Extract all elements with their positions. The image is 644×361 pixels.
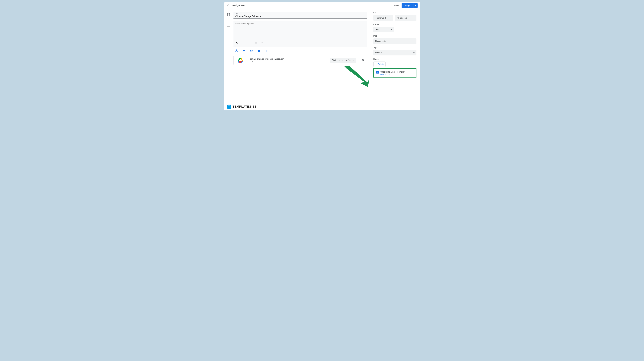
topbar: ✕ Assignment Saved Assign <box>224 2 420 9</box>
bold-button[interactable]: B <box>235 42 239 45</box>
link-icon[interactable] <box>250 49 253 52</box>
attachment-permission-dropdown[interactable]: Students can view file <box>330 58 356 63</box>
bullet-list-button[interactable] <box>254 42 258 45</box>
students-value: All students <box>397 17 407 19</box>
assign-button[interactable]: Assign <box>402 3 414 8</box>
assign-dropdown-button[interactable] <box>414 3 418 8</box>
page-title: Assignment <box>232 4 245 7</box>
italic-button[interactable]: I <box>241 42 245 45</box>
watermark-icon: T <box>227 104 231 109</box>
class-dropdown[interactable]: 4-Emerald 3 <box>374 15 393 21</box>
due-value: No due date <box>375 40 386 42</box>
watermark-suffix: .NET <box>249 105 256 108</box>
attachment-card: climate-change-evidence-causes.pdf PDF S… <box>234 55 367 65</box>
rubric-label: Rubric <box>374 58 416 60</box>
instructions-field: B I U <box>234 20 367 47</box>
watermark-brand: TEMPLATE <box>233 105 249 108</box>
clear-format-button[interactable] <box>260 42 264 45</box>
rubric-button-label: Rubric <box>378 63 384 65</box>
attachment-type: PDF <box>250 60 327 63</box>
attachment-filename: climate-change-evidence-causes.pdf <box>250 58 327 60</box>
underline-button[interactable]: U <box>248 42 252 45</box>
caret-down-icon <box>390 18 391 18</box>
students-dropdown[interactable]: All students <box>395 15 416 21</box>
upload-icon[interactable] <box>242 49 246 52</box>
remove-attachment-button[interactable]: ✕ <box>359 58 367 62</box>
clipboard-icon <box>227 13 230 17</box>
points-label: Points <box>374 23 416 26</box>
create-icon[interactable] <box>265 49 268 52</box>
caret-down-icon <box>414 41 414 42</box>
title-field[interactable]: Title <box>234 12 367 18</box>
topic-label: Topic <box>374 46 416 48</box>
caret-down-icon <box>414 52 414 53</box>
plagiarism-checkbox[interactable] <box>376 71 379 74</box>
points-dropdown[interactable]: 100 <box>374 27 394 32</box>
caret-down-icon <box>391 29 392 30</box>
text-icon <box>227 26 230 29</box>
topic-value: No topic <box>375 52 382 54</box>
due-dropdown[interactable]: No due date <box>374 38 416 44</box>
title-label: Title <box>236 13 365 14</box>
title-input[interactable] <box>236 14 365 18</box>
class-value: 4-Emerald 3 <box>375 17 386 19</box>
saved-status: Saved <box>394 4 400 6</box>
drive-file-icon <box>234 55 248 65</box>
drive-icon[interactable] <box>235 49 238 52</box>
close-icon[interactable]: ✕ <box>226 4 229 7</box>
instructions-textarea[interactable] <box>234 20 367 40</box>
points-value: 100 <box>375 28 378 30</box>
attachment-permission-label: Students can view file <box>332 59 350 61</box>
caret-down-icon <box>353 60 354 60</box>
attachment-toolbar <box>234 47 367 55</box>
topic-dropdown[interactable]: No topic <box>374 50 416 56</box>
learn-more-link[interactable]: Learn more <box>380 73 390 75</box>
for-label: For <box>374 12 416 14</box>
caret-down-icon <box>414 18 414 18</box>
plagiarism-label: Check plagiarism (originality) <box>380 71 405 73</box>
format-toolbar: B I U <box>234 40 367 47</box>
caret-down-icon <box>415 5 416 6</box>
youtube-icon[interactable] <box>257 49 260 52</box>
plagiarism-highlight-box: Check plagiarism (originality) Learn mor… <box>374 68 416 78</box>
plus-icon: + <box>376 63 377 66</box>
sidebar: For 4-Emerald 3 All students Points 100 … <box>370 9 420 110</box>
watermark: T TEMPLATE.NET <box>227 104 256 109</box>
due-label: Due <box>374 35 416 37</box>
rubric-button[interactable]: + Rubric <box>374 62 386 67</box>
